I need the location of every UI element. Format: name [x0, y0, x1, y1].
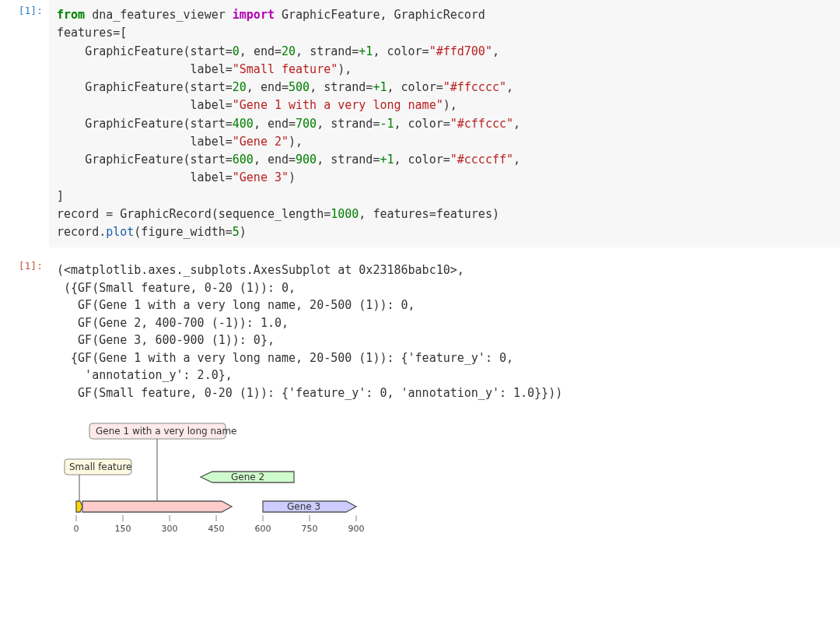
output-prompt: [1]:: [0, 255, 49, 402]
str: "#ccccff": [450, 153, 513, 167]
kw-end: end=: [268, 153, 296, 167]
module-name: dna_features_viewer: [92, 8, 226, 22]
kw-start: start=: [191, 117, 233, 131]
kw-start: start=: [191, 44, 233, 58]
plot-prompt-empty: [0, 402, 49, 556]
num: 600: [233, 153, 254, 167]
kw-color: color=: [408, 153, 450, 167]
str: "Small feature": [233, 62, 338, 76]
kw-strand: strand=: [324, 80, 373, 94]
code-line: record = GraphicRecord(sequence_length=1…: [57, 207, 499, 221]
tick-750: 750: [302, 524, 318, 534]
str: "#ffcccc": [443, 80, 506, 94]
output-plot-row: Gene 1 with a very long name Small featu…: [0, 402, 840, 556]
dna-features-plot: Gene 1 with a very long name Small featu…: [57, 409, 399, 546]
code-line: ]: [57, 189, 64, 203]
str: "Gene 3": [233, 170, 289, 184]
kw-end: end=: [268, 117, 296, 131]
num: 700: [296, 117, 317, 131]
num: 5: [233, 225, 240, 239]
keyword-from: from: [57, 8, 85, 22]
keyword-import: import: [233, 8, 275, 22]
label-gene2: Gene 2: [231, 472, 264, 482]
output-plot: Gene 1 with a very long name Small featu…: [49, 402, 840, 556]
tick-600: 600: [255, 524, 271, 534]
code-line: features=[: [57, 26, 127, 40]
str: "Gene 1 with a very long name": [233, 98, 443, 112]
num: 500: [289, 80, 310, 94]
label-small: Small feature: [69, 461, 131, 472]
num: +1: [359, 44, 373, 58]
num: +1: [373, 80, 387, 94]
kw-label: label=: [191, 98, 233, 112]
gf-call: GraphicFeature: [85, 153, 183, 167]
str: "#cffccc": [450, 117, 513, 131]
kw-strand: strand=: [310, 44, 359, 58]
str: "#ffd700": [429, 44, 492, 58]
kw-strand: strand=: [331, 153, 380, 167]
tick-150: 150: [115, 524, 131, 534]
num: -1: [380, 117, 394, 131]
label-gene3: Gene 3: [287, 501, 320, 512]
feature-gene1: [82, 501, 232, 512]
x-ticks: 0 150 300 450 600 750 900: [74, 515, 365, 534]
kw-end: end=: [261, 80, 289, 94]
str: "Gene 2": [233, 135, 289, 149]
num: 20: [282, 44, 296, 58]
label-gene1: Gene 1 with a very long name: [96, 426, 236, 437]
kw-strand: strand=: [331, 117, 380, 131]
kw-label: label=: [191, 62, 233, 76]
gf-call: GraphicFeature: [85, 80, 183, 94]
tick-450: 450: [208, 524, 225, 534]
input-cell: [1]: from dna_features_viewer import Gra…: [0, 0, 840, 247]
gf-call: GraphicFeature: [85, 44, 183, 58]
kw-label: label=: [191, 135, 233, 149]
num: 900: [296, 153, 317, 167]
num: 20: [233, 80, 247, 94]
kw-start: start=: [191, 153, 233, 167]
num: +1: [380, 153, 394, 167]
tick-900: 900: [348, 524, 365, 534]
feature-small: [76, 501, 82, 512]
kw-start: start=: [191, 80, 233, 94]
gf-call: GraphicFeature: [85, 117, 183, 131]
num: 400: [233, 117, 254, 131]
tick-0: 0: [74, 524, 79, 534]
tick-300: 300: [162, 524, 178, 534]
kw-end: end=: [254, 44, 282, 58]
output-text: (<matplotlib.axes._subplots.AxesSubplot …: [49, 255, 840, 402]
code-line: record.plot(figure_width=5): [57, 225, 247, 239]
kw-label: label=: [191, 170, 233, 184]
num: 0: [233, 44, 240, 58]
kw-color: color=: [387, 44, 429, 58]
kw-color: color=: [408, 117, 450, 131]
output-cell: [1]: (<matplotlib.axes._subplots.AxesSub…: [0, 255, 840, 402]
num: 1000: [331, 207, 359, 221]
kw-color: color=: [401, 80, 443, 94]
input-prompt: [1]:: [0, 0, 49, 247]
imported-names: GraphicFeature, GraphicRecord: [282, 8, 485, 22]
code-editor[interactable]: from dna_features_viewer import GraphicF…: [49, 0, 840, 247]
